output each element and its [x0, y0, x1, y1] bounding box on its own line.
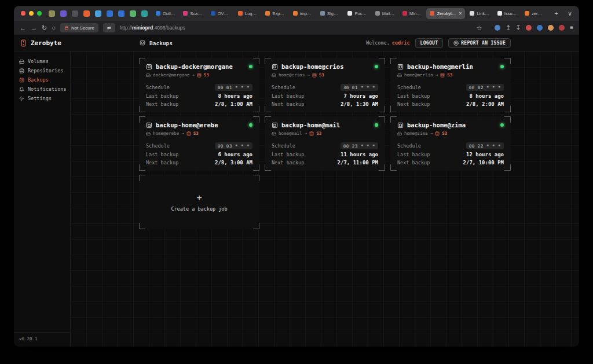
backup-card[interactable]: backup-home@mail home@mail → S3 Schedule… [265, 116, 385, 171]
extension-icon[interactable] [495, 25, 500, 31]
zoom-window-button[interactable] [37, 11, 42, 16]
pinned-tab-icon[interactable] [118, 10, 125, 17]
reload-icon[interactable]: ↻ [42, 25, 47, 31]
back-icon[interactable]: ← [20, 25, 26, 31]
tab-label: MinIO AIStor [409, 11, 422, 16]
extension-icon[interactable] [526, 25, 532, 31]
browser-tab[interactable]: Scanopy [180, 8, 206, 19]
swap-icon[interactable]: ⇄ [103, 23, 115, 32]
sidebar-item-backups[interactable]: Backups [14, 75, 70, 84]
schedule-label: Schedule [146, 143, 170, 149]
schedule-row: Schedule 00 23 * * * [272, 142, 378, 150]
backup-card[interactable]: backup-docker@morgane docker@morgane → S… [139, 58, 259, 112]
plus-icon: + [196, 193, 202, 203]
pinned-tab-icon[interactable] [83, 10, 90, 17]
sidebar-item-notifications[interactable]: Notifications [14, 84, 70, 94]
backup-card[interactable]: backup-home@merlin home@merlin → S3 Sche… [390, 58, 511, 112]
bookmark-star-icon[interactable]: ☆ [477, 24, 482, 32]
browser-tab[interactable]: Issues - nicot [494, 8, 520, 19]
browser-tab[interactable]: Explore - loki [262, 8, 288, 19]
tab-favicon [211, 11, 215, 16]
pinned-tab-icon[interactable] [72, 10, 78, 17]
next-backup-value: 2/7, 10:00 PM [463, 160, 504, 166]
pinned-tab-icon[interactable] [49, 10, 55, 17]
lock-icon [64, 25, 69, 30]
browser-tab[interactable]: Outlook [152, 8, 178, 19]
pinned-tab-icon[interactable] [130, 10, 136, 17]
security-chip[interactable]: Not Secure [60, 23, 98, 32]
create-backup-card[interactable]: + Create a backup job [139, 175, 259, 229]
download-icon[interactable]: ↧ [516, 25, 521, 31]
tab-label: Pocket ID - S [354, 11, 367, 16]
alert-circle-icon [453, 41, 459, 46]
backup-source: home@zima [404, 131, 428, 136]
backup-source: docker@morgane [153, 72, 189, 78]
sidebar-item-volumes[interactable]: Volumes [14, 57, 70, 66]
menu-icon[interactable]: ≡ [570, 25, 573, 31]
backup-card-header: backup-home@mail [272, 122, 378, 128]
backup-card[interactable]: backup-home@crios home@crios → S3 Schedu… [265, 58, 385, 112]
next-backup-row: Next backup 2/7, 10:00 PM [397, 159, 504, 167]
bell-icon [19, 87, 24, 92]
browser-tab[interactable]: zerobyte app [521, 8, 547, 19]
last-backup-row: Last backup 11 hours ago [272, 151, 378, 159]
close-window-button[interactable] [21, 11, 25, 16]
browser-tab[interactable]: Mailu setup [372, 8, 398, 19]
vault-icon [146, 64, 152, 70]
hard-drive-icon [272, 73, 276, 78]
minimize-window-button[interactable] [29, 11, 34, 16]
next-backup-label: Next backup [146, 101, 178, 107]
url-path: :4096/backups [153, 25, 185, 31]
tab-favicon [375, 11, 380, 16]
sidebar-item-repositories[interactable]: Repositories [14, 66, 70, 75]
extension-icon[interactable] [537, 25, 543, 31]
browser-tab[interactable]: OVHcloud [207, 8, 233, 19]
browser-tab[interactable]: MinIO AIStor [399, 8, 425, 19]
vault-icon [19, 78, 24, 83]
next-backup-row: Next backup 2/8, 3:00 AM [146, 159, 252, 167]
backup-card[interactable]: backup-home@erebe home@erebe → S3 Schedu… [139, 116, 259, 171]
address-bar[interactable]: http://minioprd:4096/backups [120, 25, 185, 31]
database-icon [309, 131, 314, 136]
header-actions: Welcome, cedric LOGOUT REPORT AN ISSUE [366, 38, 511, 48]
last-backup-value: 11 hours ago [341, 152, 378, 157]
hard-drive-icon [19, 59, 24, 64]
report-issue-button[interactable]: REPORT AN ISSUE [448, 38, 511, 48]
brand[interactable]: Zerobyte [20, 39, 61, 47]
share-icon[interactable]: ↥ [506, 25, 510, 31]
pinned-tab-icon[interactable] [60, 10, 67, 17]
last-backup-label: Last backup [272, 93, 304, 99]
sidebar-item-settings[interactable]: Settings [14, 94, 70, 103]
status-dot [375, 65, 378, 68]
browser-tab[interactable]: Zerobyte - × [426, 8, 465, 19]
last-backup-label: Last backup [397, 93, 430, 99]
username: cedric [392, 40, 410, 46]
tab-close-icon[interactable]: × [459, 10, 462, 16]
extension-icon[interactable] [559, 25, 565, 31]
forward-icon[interactable]: → [31, 25, 37, 31]
gear-icon [19, 96, 24, 101]
new-tab-button[interactable]: + [552, 10, 561, 17]
last-backup-label: Last backup [146, 152, 178, 157]
browser-tab[interactable]: import.http | ( [290, 8, 316, 19]
schedule-badge: 00 01 * * * [215, 84, 252, 91]
backup-card[interactable]: backup-home@zima home@zima → S3 Schedule… [390, 116, 511, 171]
tab-label: Scanopy [190, 11, 202, 16]
app-version: v0.20.1 [14, 332, 70, 347]
pinned-tab-icon[interactable] [141, 10, 148, 17]
brand-name: Zerobyte [31, 39, 61, 47]
last-backup-value: 12 hours ago [466, 152, 504, 157]
shield-icon[interactable]: ○ [52, 25, 56, 31]
tab-overflow-button[interactable]: ∨ [565, 10, 574, 17]
extension-icon[interactable] [548, 25, 554, 31]
pinned-tab-icon[interactable] [107, 10, 113, 17]
logout-button[interactable]: LOGOUT [415, 38, 444, 48]
browser-tab[interactable]: Pocket ID - S [344, 8, 370, 19]
browser-tab[interactable]: Links - vLab [466, 8, 492, 19]
browser-tab[interactable]: Login | OPNs [235, 8, 261, 19]
browser-tab[interactable]: Sign in to Ma [317, 8, 343, 19]
backup-name: backup-home@erebe [156, 122, 218, 128]
cards-grid: backup-docker@morgane docker@morgane → S… [139, 58, 511, 229]
tab-favicon [293, 11, 298, 16]
pinned-tab-icon[interactable] [95, 10, 101, 17]
